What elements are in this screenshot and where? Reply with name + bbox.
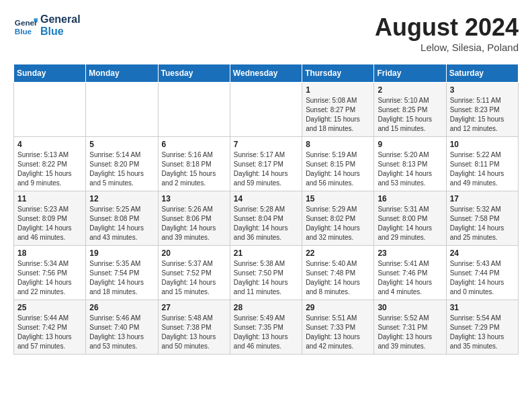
day-cell: 15Sunrise: 5:29 AM Sunset: 8:02 PM Dayli… <box>302 191 374 246</box>
day-cell: 13Sunrise: 5:26 AM Sunset: 8:06 PM Dayli… <box>158 191 230 246</box>
day-cell: 3Sunrise: 5:11 AM Sunset: 8:23 PM Daylig… <box>446 83 518 137</box>
page-header: General Blue General Blue August 2024 Le… <box>13 13 519 53</box>
day-info: Sunrise: 5:28 AM Sunset: 8:04 PM Dayligh… <box>234 205 298 242</box>
day-info: Sunrise: 5:44 AM Sunset: 7:42 PM Dayligh… <box>17 314 82 351</box>
day-info: Sunrise: 5:13 AM Sunset: 8:22 PM Dayligh… <box>17 150 82 188</box>
week-row-3: 11Sunrise: 5:23 AM Sunset: 8:09 PM Dayli… <box>14 191 519 246</box>
header-cell-sunday: Sunday <box>14 64 86 83</box>
day-number: 26 <box>89 303 154 312</box>
day-info: Sunrise: 5:35 AM Sunset: 7:54 PM Dayligh… <box>89 259 154 297</box>
day-info: Sunrise: 5:26 AM Sunset: 8:06 PM Dayligh… <box>162 205 226 242</box>
day-info: Sunrise: 5:32 AM Sunset: 7:58 PM Dayligh… <box>450 205 515 242</box>
day-cell: 29Sunrise: 5:51 AM Sunset: 7:33 PM Dayli… <box>302 300 374 355</box>
day-number: 9 <box>378 140 442 149</box>
day-number: 25 <box>17 303 82 312</box>
week-row-5: 25Sunrise: 5:44 AM Sunset: 7:42 PM Dayli… <box>14 300 519 355</box>
day-info: Sunrise: 5:14 AM Sunset: 8:20 PM Dayligh… <box>89 150 154 188</box>
day-number: 12 <box>89 194 154 203</box>
day-cell: 28Sunrise: 5:49 AM Sunset: 7:35 PM Dayli… <box>230 300 302 355</box>
day-number: 7 <box>234 140 298 149</box>
day-number: 27 <box>162 303 226 312</box>
day-cell: 30Sunrise: 5:52 AM Sunset: 7:31 PM Dayli… <box>374 300 446 355</box>
day-info: Sunrise: 5:16 AM Sunset: 8:18 PM Dayligh… <box>162 150 226 188</box>
day-cell: 5Sunrise: 5:14 AM Sunset: 8:20 PM Daylig… <box>86 137 158 191</box>
day-number: 8 <box>306 140 370 149</box>
day-cell: 25Sunrise: 5:44 AM Sunset: 7:42 PM Dayli… <box>14 300 86 355</box>
day-info: Sunrise: 5:10 AM Sunset: 8:25 PM Dayligh… <box>378 96 442 134</box>
day-info: Sunrise: 5:51 AM Sunset: 7:33 PM Dayligh… <box>306 314 370 351</box>
day-number: 18 <box>17 248 82 258</box>
day-info: Sunrise: 5:08 AM Sunset: 8:27 PM Dayligh… <box>306 96 370 134</box>
month-year: August 2024 <box>375 13 519 42</box>
day-cell: 17Sunrise: 5:32 AM Sunset: 7:58 PM Dayli… <box>446 191 518 246</box>
day-cell: 23Sunrise: 5:41 AM Sunset: 7:46 PM Dayli… <box>374 246 446 300</box>
day-number: 14 <box>234 194 298 203</box>
day-number: 4 <box>17 140 82 149</box>
day-number: 2 <box>378 85 442 95</box>
day-number: 22 <box>306 248 370 258</box>
day-info: Sunrise: 5:25 AM Sunset: 8:08 PM Dayligh… <box>89 205 154 242</box>
week-row-4: 18Sunrise: 5:34 AM Sunset: 7:56 PM Dayli… <box>14 246 519 300</box>
week-row-2: 4Sunrise: 5:13 AM Sunset: 8:22 PM Daylig… <box>14 137 519 191</box>
day-number: 1 <box>306 85 370 95</box>
day-number: 20 <box>162 248 226 258</box>
day-number: 21 <box>234 248 298 258</box>
day-info: Sunrise: 5:48 AM Sunset: 7:38 PM Dayligh… <box>162 314 226 351</box>
day-info: Sunrise: 5:46 AM Sunset: 7:40 PM Dayligh… <box>89 314 154 351</box>
logo-line2: Blue <box>40 26 81 38</box>
day-number: 3 <box>450 85 515 95</box>
day-info: Sunrise: 5:43 AM Sunset: 7:44 PM Dayligh… <box>450 259 515 297</box>
day-cell: 21Sunrise: 5:38 AM Sunset: 7:50 PM Dayli… <box>230 246 302 300</box>
header-cell-monday: Monday <box>86 64 158 83</box>
day-cell: 22Sunrise: 5:40 AM Sunset: 7:48 PM Dayli… <box>302 246 374 300</box>
day-number: 6 <box>162 140 226 149</box>
day-info: Sunrise: 5:40 AM Sunset: 7:48 PM Dayligh… <box>306 259 370 297</box>
day-number: 5 <box>89 140 154 149</box>
header-row: SundayMondayTuesdayWednesdayThursdayFrid… <box>14 64 519 83</box>
day-cell <box>230 83 302 137</box>
day-cell: 16Sunrise: 5:31 AM Sunset: 8:00 PM Dayli… <box>374 191 446 246</box>
day-number: 11 <box>17 194 82 203</box>
day-cell: 19Sunrise: 5:35 AM Sunset: 7:54 PM Dayli… <box>86 246 158 300</box>
day-info: Sunrise: 5:34 AM Sunset: 7:56 PM Dayligh… <box>17 259 82 297</box>
day-number: 31 <box>450 303 515 312</box>
day-info: Sunrise: 5:41 AM Sunset: 7:46 PM Dayligh… <box>378 259 442 297</box>
logo: General Blue General Blue <box>13 13 81 38</box>
day-info: Sunrise: 5:20 AM Sunset: 8:13 PM Dayligh… <box>378 150 442 188</box>
day-cell: 14Sunrise: 5:28 AM Sunset: 8:04 PM Dayli… <box>230 191 302 246</box>
day-number: 19 <box>89 248 154 258</box>
title-block: August 2024 Lelow, Silesia, Poland <box>375 13 519 53</box>
day-cell: 12Sunrise: 5:25 AM Sunset: 8:08 PM Dayli… <box>86 191 158 246</box>
day-cell: 10Sunrise: 5:22 AM Sunset: 8:11 PM Dayli… <box>446 137 518 191</box>
day-info: Sunrise: 5:49 AM Sunset: 7:35 PM Dayligh… <box>234 314 298 351</box>
logo-line1: General <box>40 13 81 26</box>
location: Lelow, Silesia, Poland <box>375 42 519 53</box>
day-cell: 1Sunrise: 5:08 AM Sunset: 8:27 PM Daylig… <box>302 83 374 137</box>
day-cell <box>158 83 230 137</box>
day-cell: 27Sunrise: 5:48 AM Sunset: 7:38 PM Dayli… <box>158 300 230 355</box>
day-info: Sunrise: 5:29 AM Sunset: 8:02 PM Dayligh… <box>306 205 370 242</box>
header-cell-tuesday: Tuesday <box>158 64 230 83</box>
day-info: Sunrise: 5:19 AM Sunset: 8:15 PM Dayligh… <box>306 150 370 188</box>
day-cell: 9Sunrise: 5:20 AM Sunset: 8:13 PM Daylig… <box>374 137 446 191</box>
day-cell <box>14 83 86 137</box>
day-info: Sunrise: 5:38 AM Sunset: 7:50 PM Dayligh… <box>234 259 298 297</box>
day-cell: 26Sunrise: 5:46 AM Sunset: 7:40 PM Dayli… <box>86 300 158 355</box>
day-info: Sunrise: 5:17 AM Sunset: 8:17 PM Dayligh… <box>234 150 298 188</box>
day-cell: 18Sunrise: 5:34 AM Sunset: 7:56 PM Dayli… <box>14 246 86 300</box>
day-info: Sunrise: 5:54 AM Sunset: 7:29 PM Dayligh… <box>450 314 515 351</box>
week-row-1: 1Sunrise: 5:08 AM Sunset: 8:27 PM Daylig… <box>14 83 519 137</box>
day-cell: 2Sunrise: 5:10 AM Sunset: 8:25 PM Daylig… <box>374 83 446 137</box>
day-number: 16 <box>378 194 442 203</box>
header-cell-wednesday: Wednesday <box>230 64 302 83</box>
day-info: Sunrise: 5:37 AM Sunset: 7:52 PM Dayligh… <box>162 259 226 297</box>
header-cell-friday: Friday <box>374 64 446 83</box>
day-info: Sunrise: 5:11 AM Sunset: 8:23 PM Dayligh… <box>450 96 515 134</box>
day-cell: 6Sunrise: 5:16 AM Sunset: 8:18 PM Daylig… <box>158 137 230 191</box>
day-number: 17 <box>450 194 515 203</box>
day-cell: 20Sunrise: 5:37 AM Sunset: 7:52 PM Dayli… <box>158 246 230 300</box>
day-number: 23 <box>378 248 442 258</box>
day-cell: 7Sunrise: 5:17 AM Sunset: 8:17 PM Daylig… <box>230 137 302 191</box>
day-number: 10 <box>450 140 515 149</box>
day-info: Sunrise: 5:22 AM Sunset: 8:11 PM Dayligh… <box>450 150 515 188</box>
